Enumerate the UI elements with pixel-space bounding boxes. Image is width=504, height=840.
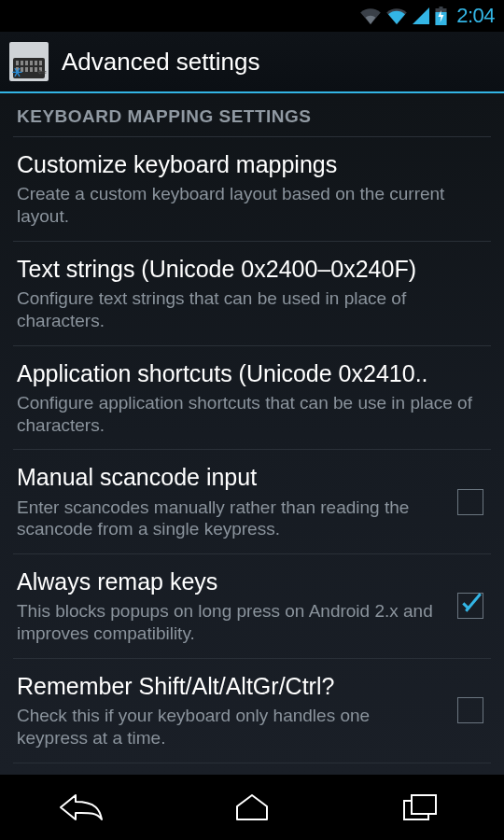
page-title: Advanced settings bbox=[62, 48, 259, 77]
item-override-special[interactable]: Override special keys bbox=[0, 763, 504, 776]
item-title: Always remap keys bbox=[17, 567, 444, 596]
item-always-remap[interactable]: Always remap keys This blocks popups on … bbox=[0, 554, 504, 658]
item-title: Manual scancode input bbox=[17, 463, 444, 492]
home-icon bbox=[233, 793, 271, 821]
item-text-strings[interactable]: Text strings (Unicode 0x2400–0x240F) Con… bbox=[0, 242, 504, 345]
item-title: Remember Shift/Alt/AltGr/Ctrl? bbox=[17, 672, 444, 701]
item-subtitle: Configure text strings that can be used … bbox=[17, 287, 487, 332]
status-bar: 2:04 bbox=[0, 0, 504, 32]
bluetooth-icon: ⚹ bbox=[12, 64, 22, 79]
item-manual-scancode[interactable]: Manual scancode input Enter scancodes ma… bbox=[0, 450, 504, 553]
home-button[interactable] bbox=[196, 784, 308, 831]
svg-rect-1 bbox=[440, 7, 443, 8]
item-remember-modifiers[interactable]: Remember Shift/Alt/AltGr/Ctrl? Check thi… bbox=[0, 659, 504, 763]
item-title: Text strings (Unicode 0x2400–0x240F) bbox=[17, 255, 487, 284]
back-icon bbox=[59, 793, 109, 821]
cell-signal-icon bbox=[413, 7, 429, 24]
section-header: KEYBOARD MAPPING SETTINGS bbox=[0, 93, 504, 136]
battery-charging-icon bbox=[435, 7, 447, 25]
item-subtitle: Configure application shortcuts that can… bbox=[17, 392, 487, 437]
usb-icon: ⇐ bbox=[37, 65, 47, 78]
item-subtitle: This blocks popups on long press on Andr… bbox=[17, 600, 444, 645]
app-icon[interactable]: ⚹ ⇐ bbox=[9, 42, 49, 81]
item-customize-mappings[interactable]: Customize keyboard mappings Create a cus… bbox=[0, 137, 504, 241]
item-title: Customize keyboard mappings bbox=[17, 150, 487, 179]
item-title: Application shortcuts (Unicode 0x2410.. bbox=[17, 359, 487, 388]
item-subtitle: Enter scancodes manually rather than rea… bbox=[17, 497, 444, 541]
svg-rect-4 bbox=[412, 795, 436, 814]
wifi-dim-icon bbox=[360, 7, 381, 24]
recents-button[interactable] bbox=[364, 784, 476, 831]
back-button[interactable] bbox=[28, 784, 140, 831]
clock-text: 2:04 bbox=[456, 4, 495, 28]
item-subtitle: Create a custom keyboard layout based on… bbox=[17, 183, 487, 228]
item-app-shortcuts[interactable]: Application shortcuts (Unicode 0x2410.. … bbox=[0, 346, 504, 450]
wifi-icon bbox=[386, 7, 407, 24]
navigation-bar bbox=[0, 775, 504, 840]
recents-icon bbox=[402, 793, 438, 821]
checkbox[interactable] bbox=[457, 697, 483, 723]
checkbox[interactable] bbox=[457, 489, 483, 515]
action-bar: ⚹ ⇐ Advanced settings bbox=[0, 32, 504, 93]
settings-list[interactable]: KEYBOARD MAPPING SETTINGS Customize keyb… bbox=[0, 93, 504, 775]
item-subtitle: Check this if your keyboard only handles… bbox=[17, 705, 444, 749]
checkbox[interactable] bbox=[457, 593, 483, 619]
